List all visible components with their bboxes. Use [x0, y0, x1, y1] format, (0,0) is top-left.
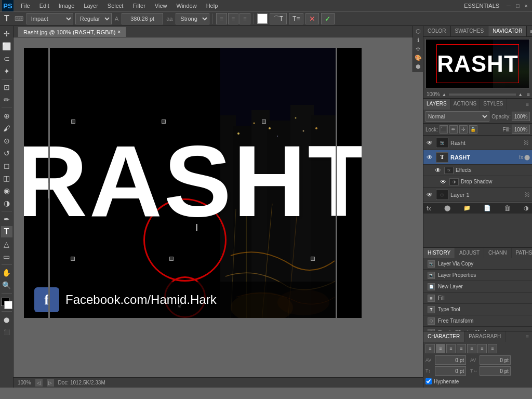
tab-styles[interactable]: STYLES	[480, 99, 507, 110]
add-mask-btn[interactable]: ⬤	[444, 205, 450, 211]
history-item-layerprops[interactable]: 📷 Layer Properties	[423, 270, 532, 281]
color-boxes[interactable]	[1, 298, 12, 309]
align-right-btn[interactable]: ≡	[240, 13, 250, 24]
menu-file[interactable]: File	[17, 2, 34, 10]
navigator-menu-btn[interactable]: ≡	[527, 26, 532, 36]
layer-vis-drop-shadow[interactable]: 👁	[439, 178, 447, 186]
history-item-typetool[interactable]: T Type Tool	[423, 304, 532, 315]
pen-tool[interactable]: ✒	[1, 214, 12, 225]
menu-help[interactable]: Help	[202, 2, 222, 10]
delete-layer-btn[interactable]: 🗑	[504, 204, 511, 212]
tab-adjust[interactable]: ADJUST	[455, 248, 484, 258]
font-family-select[interactable]: Impact	[26, 13, 73, 24]
add-style-btn[interactable]: fx	[427, 205, 431, 211]
char-baseline-input[interactable]	[435, 366, 466, 376]
menu-image[interactable]: Image	[55, 2, 79, 10]
document-tab[interactable]: Rasht.jpg @ 100% (RASHT, RGB/8) ×	[18, 26, 126, 37]
tab-layers[interactable]: LAYERS	[423, 99, 450, 110]
menu-window[interactable]: Window	[172, 2, 201, 10]
background-color[interactable]	[4, 301, 12, 309]
layers-menu-btn[interactable]: ≡	[523, 99, 532, 110]
gradient-tool[interactable]: ◫	[1, 172, 12, 184]
menu-select[interactable]: Select	[103, 2, 128, 10]
nav-options-btn[interactable]: ≡	[527, 91, 530, 97]
opacity-input[interactable]	[512, 112, 530, 121]
history-item-layerviacopy[interactable]: 📷 Layer Via Copy	[423, 258, 532, 270]
layer-link-rasht[interactable]: ⛓	[523, 139, 530, 147]
warp-text-btn[interactable]: ⌒T	[270, 13, 287, 24]
fill-input[interactable]	[512, 125, 530, 134]
align-center-btn[interactable]: ≡	[228, 13, 238, 24]
quick-mask-btn[interactable]: ⬤	[1, 314, 12, 325]
menu-view[interactable]: View	[151, 2, 171, 10]
eraser-tool[interactable]: ◻	[1, 160, 12, 171]
layer-rasht-img[interactable]: 👁 📷 Rasht ⛓	[423, 136, 532, 150]
align-center-char[interactable]: ≡	[436, 344, 445, 353]
lock-all-btn[interactable]: 🔒	[469, 125, 477, 134]
crop-tool[interactable]: ⊡	[1, 82, 12, 93]
char-menu-btn[interactable]: ≡	[523, 331, 532, 342]
history-brush-tool[interactable]: ↺	[1, 148, 12, 159]
brush-tool[interactable]: 🖌	[1, 123, 12, 134]
screen-mode-btn[interactable]: ⬛	[1, 326, 12, 338]
cancel-btn[interactable]: ✕	[305, 13, 319, 24]
nav-zoom-in[interactable]: ▲	[518, 92, 523, 97]
blur-tool[interactable]: ◉	[1, 185, 12, 196]
zoom-tool[interactable]: 🔍	[1, 280, 12, 291]
panel-icon5[interactable]: ⬢	[416, 63, 421, 70]
type-tool[interactable]: T	[1, 226, 12, 237]
tab-navigator[interactable]: NAVIGATOR	[488, 26, 527, 36]
restore-btn[interactable]: □	[514, 2, 522, 10]
layer-vis-layer1[interactable]: 👁	[425, 191, 434, 199]
history-item-newlayer[interactable]: 📄 New Layer	[423, 281, 532, 292]
path-tool[interactable]: △	[1, 238, 12, 250]
menu-layer[interactable]: Layer	[79, 2, 102, 10]
char-tracking-input[interactable]	[435, 355, 466, 365]
history-item-freetransform[interactable]: ⬡ Free Transform	[423, 315, 532, 327]
align-right-char[interactable]: ≡	[446, 344, 456, 353]
tab-actions[interactable]: ACTIONS	[450, 99, 480, 110]
layer-vis-effects[interactable]: 👁	[434, 166, 442, 175]
minimize-btn[interactable]: ─	[504, 2, 513, 10]
hand-tool[interactable]: ✋	[1, 267, 12, 278]
layer-layer1[interactable]: 👁 ◻ Layer 1 ⛓	[423, 188, 532, 202]
nav-zoom-slider[interactable]	[449, 94, 516, 96]
menu-edit[interactable]: Edit	[35, 2, 54, 10]
tab-close-btn[interactable]: ×	[117, 29, 121, 35]
lock-image-btn[interactable]: ✏	[449, 125, 458, 134]
marquee-tool[interactable]: ⬜	[1, 41, 12, 52]
character-panel-btn[interactable]: T≡	[289, 13, 303, 24]
tab-paths[interactable]: PATHS	[512, 248, 532, 258]
panel-icon1[interactable]: ⬡	[416, 28, 421, 35]
lock-transparent-btn[interactable]: ⬛	[440, 125, 448, 134]
char-kerning-input[interactable]	[480, 355, 511, 365]
align-left-btn[interactable]: ≡	[216, 13, 227, 24]
zoom-nav-next[interactable]: ▷	[47, 379, 54, 387]
new-group-btn[interactable]: 📁	[463, 205, 471, 211]
layer-vis-rasht-text[interactable]: 👁	[425, 153, 434, 162]
align-justify3-char[interactable]: ≡	[477, 344, 487, 353]
hyphenate-checkbox[interactable]	[425, 378, 432, 384]
commit-btn[interactable]: ✓	[321, 13, 335, 24]
layer-effects[interactable]: 👁 fx Effects	[423, 165, 532, 176]
canvas[interactable]: RASHT	[24, 48, 362, 318]
adjustment-btn[interactable]: ◑	[524, 205, 529, 211]
layer-drop-shadow[interactable]: 👁 ◑ Drop Shadow	[423, 176, 532, 188]
eyedropper-tool[interactable]: ✏	[1, 94, 12, 105]
blend-mode-select[interactable]: Normal	[425, 111, 489, 122]
tab-paragraph[interactable]: PARAGRAPH	[464, 331, 506, 342]
tab-channels[interactable]: CHANN	[484, 248, 512, 258]
new-layer-btn[interactable]: 📄	[484, 205, 491, 211]
move-tool[interactable]: ✢	[1, 28, 12, 39]
tab-swatches[interactable]: SWATCHES	[451, 26, 489, 36]
menu-filter[interactable]: Filter	[128, 2, 149, 10]
tab-color[interactable]: COLOR	[423, 26, 451, 36]
panel-icon2[interactable]: ℹ	[417, 37, 419, 44]
history-item-fill[interactable]: ◼ Fill	[423, 292, 532, 304]
align-justify2-char[interactable]: ≡	[467, 344, 476, 353]
aa-method-select[interactable]: Strong	[176, 13, 209, 24]
shape-tool[interactable]: ▭	[1, 251, 12, 262]
layer1-link-icon[interactable]: ⛓	[525, 192, 530, 197]
dodge-tool[interactable]: ◑	[1, 197, 12, 209]
layer-action-mask[interactable]: ⬤	[524, 154, 530, 160]
